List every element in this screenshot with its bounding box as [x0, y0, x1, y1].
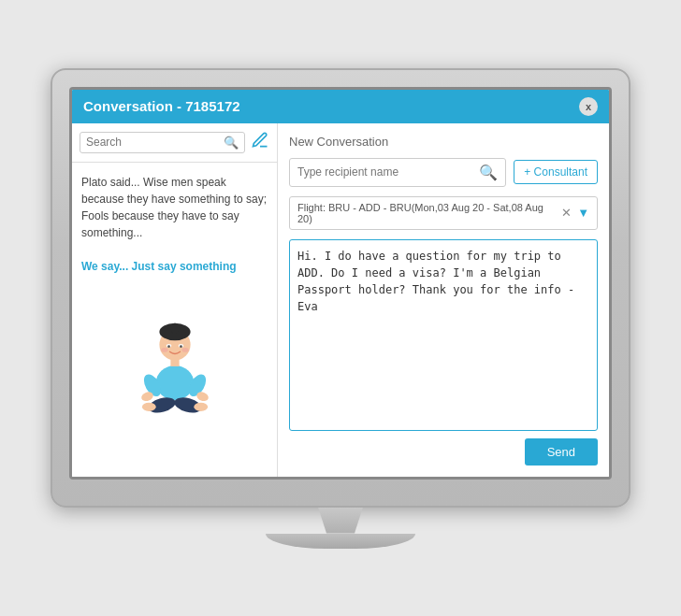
left-text-block: Plato said... Wise men speak because the…: [72, 163, 277, 286]
left-panel: 🔍 Plato said... Wise men speak because t…: [72, 123, 278, 477]
compose-icon[interactable]: [251, 131, 269, 154]
search-icon: 🔍: [224, 136, 239, 150]
window-title: Conversation - 7185172: [83, 98, 240, 114]
svg-point-18: [141, 402, 155, 410]
monitor-body: Conversation - 7185172 x 🔍: [51, 68, 630, 508]
svg-point-7: [180, 345, 182, 348]
close-button[interactable]: x: [579, 97, 598, 116]
recipient-input[interactable]: [297, 165, 479, 179]
recipient-input-wrap[interactable]: 🔍: [289, 158, 506, 187]
consultant-button[interactable]: + Consultant: [514, 160, 598, 184]
quote-text: Plato said... Wise men speak because the…: [81, 176, 267, 239]
flight-tag: Flight: BRU - ADD - BRU(Mon,03 Aug 20 - …: [289, 196, 598, 230]
content-area: 🔍 Plato said... Wise men speak because t…: [72, 123, 609, 477]
monitor-wrapper: Conversation - 7185172 x 🔍: [51, 68, 630, 549]
flight-tag-close-icon[interactable]: ✕: [561, 206, 572, 220]
monitor-base: [266, 534, 415, 549]
message-textarea[interactable]: Hi. I do have a question for my trip to …: [289, 239, 598, 431]
recipient-row: 🔍 + Consultant: [289, 158, 598, 187]
flight-tag-dropdown-icon[interactable]: ▼: [577, 206, 589, 220]
send-button[interactable]: Send: [525, 438, 598, 466]
svg-point-6: [167, 345, 170, 348]
titlebar: Conversation - 7185172 x: [72, 90, 609, 123]
monitor-screen: Conversation - 7185172 x 🔍: [69, 87, 612, 480]
svg-rect-11: [170, 357, 179, 365]
svg-point-19: [194, 402, 208, 410]
send-row: Send: [289, 438, 598, 466]
flight-tag-text: Flight: BRU - ADD - BRU(Mon,03 Aug 20 - …: [297, 202, 556, 224]
avatar: [128, 321, 222, 433]
tagline-text: We say... Just say something: [81, 260, 237, 273]
svg-point-3: [170, 322, 179, 333]
svg-point-9: [181, 348, 188, 352]
avatar-area: [72, 286, 277, 477]
monitor-neck: [312, 508, 369, 534]
recipient-search-icon: 🔍: [479, 164, 498, 181]
svg-point-8: [161, 348, 167, 352]
right-panel: New Conversation 🔍 + Consultant Flight: …: [278, 123, 609, 477]
search-input[interactable]: [86, 136, 224, 149]
search-input-wrap[interactable]: 🔍: [80, 132, 245, 153]
search-bar: 🔍: [72, 123, 277, 163]
svg-point-10: [155, 365, 194, 400]
panel-title: New Conversation: [289, 135, 598, 149]
